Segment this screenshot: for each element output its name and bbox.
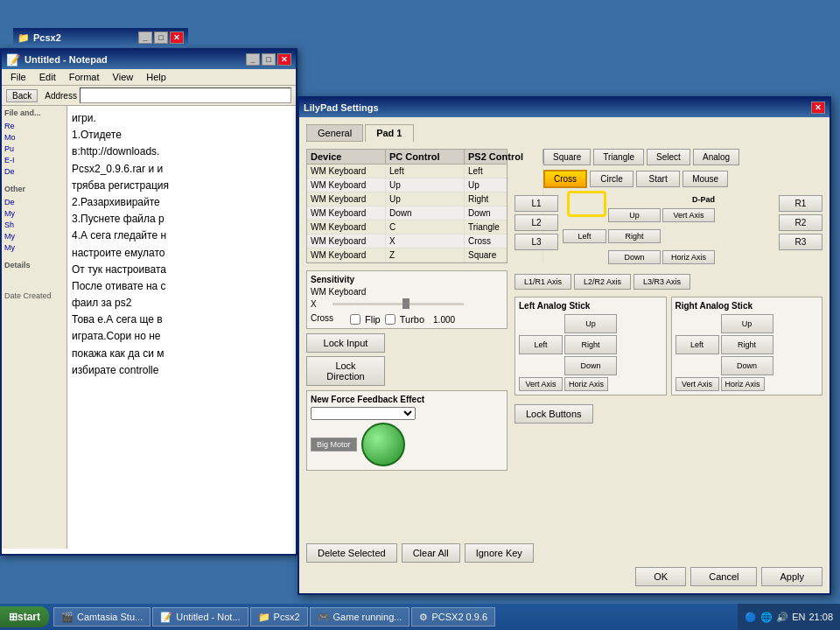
- cell-pc-1: Up: [386, 178, 465, 192]
- flip-checkbox[interactable]: [350, 314, 360, 325]
- menu-help[interactable]: Help: [142, 71, 171, 83]
- sidebar-item-de2[interactable]: De: [4, 198, 64, 206]
- right-vert-axis[interactable]: Vert Axis: [676, 377, 719, 391]
- l3r3-axis-button[interactable]: L3/R3 Axis: [634, 274, 690, 290]
- taskbar-item-game[interactable]: 🎮 Game running...: [310, 607, 410, 626]
- start-icon: ⊞: [9, 611, 18, 623]
- big-motor-button[interactable]: Big Motor: [311, 438, 357, 452]
- sidebar-item-re[interactable]: Re: [4, 122, 64, 130]
- r1-button[interactable]: R1: [779, 195, 822, 212]
- taskbar-item-notepad[interactable]: 📝 Untitled - Not...: [152, 607, 248, 626]
- l1-button[interactable]: L1: [514, 195, 558, 212]
- sensitivity-thumb[interactable]: [402, 298, 410, 309]
- dpad-right-button[interactable]: Right: [608, 229, 661, 243]
- lock-input-button[interactable]: Lock Input: [306, 333, 385, 353]
- ok-button[interactable]: OK: [635, 567, 686, 586]
- notepad-minimize[interactable]: _: [246, 53, 260, 66]
- motor-row: Big Motor: [311, 423, 503, 466]
- left-analog-right[interactable]: Right: [564, 335, 617, 354]
- table-row[interactable]: WM Keyboard Up Right: [307, 192, 507, 206]
- cancel-button[interactable]: Cancel: [690, 567, 757, 586]
- taskbar-item-pcsx2[interactable]: 📁 Pcsx2: [250, 607, 308, 626]
- menu-format[interactable]: Format: [65, 71, 104, 83]
- table-row[interactable]: WM Keyboard Z Square: [307, 248, 507, 262]
- left-analog-down[interactable]: Down: [564, 356, 617, 375]
- triangle-button[interactable]: Triangle: [593, 149, 644, 165]
- notepad-window-icon: 📝: [6, 53, 20, 66]
- left-analog-left[interactable]: Left: [519, 335, 563, 354]
- dpad-left-button[interactable]: Left: [563, 229, 606, 243]
- ignore-key-button[interactable]: Ignore Key: [465, 543, 534, 563]
- sensitivity-slider[interactable]: [332, 303, 464, 305]
- turbo-checkbox[interactable]: [385, 314, 396, 325]
- minimize-button[interactable]: _: [138, 32, 152, 44]
- cross-button[interactable]: Cross: [543, 170, 587, 188]
- table-row[interactable]: WM Keyboard Up Up: [307, 178, 507, 192]
- table-row[interactable]: WM Keyboard C Triangle: [307, 220, 507, 234]
- sidebar-item-my[interactable]: My: [4, 209, 64, 218]
- right-analog-down[interactable]: Down: [721, 356, 774, 375]
- l2r2-axis-button[interactable]: L2/R2 Axis: [574, 274, 631, 290]
- left-analog-up[interactable]: Up: [564, 314, 617, 333]
- dpad-up-button[interactable]: Up: [608, 208, 661, 222]
- address-input[interactable]: [80, 88, 291, 103]
- start-button[interactable]: ⊞ start: [0, 606, 49, 627]
- taskbar-item-camtasia[interactable]: 🎬 Camtasia Stu...: [53, 607, 150, 626]
- r2-button[interactable]: R2: [779, 214, 822, 231]
- notepad-close[interactable]: ✕: [277, 53, 291, 66]
- sidebar-item-my3[interactable]: My: [4, 243, 64, 252]
- left-vert-axis[interactable]: Vert Axis: [519, 377, 563, 391]
- tab-general[interactable]: General: [306, 124, 363, 142]
- menu-file[interactable]: File: [6, 71, 31, 83]
- table-row[interactable]: WM Keyboard Left Left: [307, 164, 507, 178]
- square-button[interactable]: Square: [543, 149, 591, 165]
- right-horiz-axis[interactable]: Horiz Axis: [721, 377, 765, 391]
- back-button[interactable]: Back: [6, 89, 38, 102]
- lock-buttons-button[interactable]: Lock Buttons: [514, 404, 593, 424]
- col-device: Device: [307, 150, 386, 164]
- lilypad-close[interactable]: ✕: [811, 102, 825, 114]
- force-feedback-select[interactable]: [311, 407, 416, 420]
- sensitivity-value: 1.000: [433, 315, 455, 325]
- dpad-vert-axis-button[interactable]: Vert Axis: [662, 208, 715, 222]
- r3-button[interactable]: R3: [779, 234, 822, 250]
- circle-button[interactable]: Circle: [590, 171, 634, 187]
- apply-button[interactable]: Apply: [761, 567, 822, 586]
- l3-button[interactable]: L3: [514, 234, 558, 250]
- menu-edit[interactable]: Edit: [35, 71, 60, 83]
- table-row[interactable]: WM Keyboard X Cross: [307, 234, 507, 248]
- sidebar-item-pu[interactable]: Pu: [4, 144, 64, 153]
- maximize-button[interactable]: □: [154, 32, 168, 44]
- dpad-horiz-axis-button[interactable]: Horiz Axis: [662, 250, 715, 264]
- close-button[interactable]: ✕: [170, 32, 184, 44]
- delete-selected-button[interactable]: Delete Selected: [306, 543, 397, 563]
- lock-direction-button[interactable]: Lock Direction: [306, 356, 385, 386]
- pcsx2-2-icon: ⚙: [419, 612, 428, 623]
- menu-view[interactable]: View: [108, 71, 138, 83]
- clear-all-button[interactable]: Clear All: [402, 543, 460, 563]
- left-horiz-axis[interactable]: Horiz Axis: [564, 377, 608, 391]
- select-button[interactable]: Select: [647, 149, 690, 165]
- sidebar-item-sh[interactable]: Sh: [4, 220, 64, 229]
- notepad-text: игри. 1.Отидете в:http://downloads. Pcsx…: [72, 110, 169, 379]
- sidebar-item-my2[interactable]: My: [4, 232, 64, 241]
- l1r1-axis-button[interactable]: L1/R1 Axis: [514, 274, 571, 290]
- right-analog-left[interactable]: Left: [676, 335, 719, 354]
- right-analog-right[interactable]: Right: [721, 335, 774, 354]
- dpad-down-button[interactable]: Down: [608, 250, 661, 264]
- taskbar-item-pcsx2-2[interactable]: ⚙ PCSX2 0.9.6: [411, 607, 495, 626]
- cell-device-4: WM Keyboard: [307, 220, 386, 234]
- right-analog-up[interactable]: Up: [721, 314, 774, 333]
- table-row[interactable]: WM Keyboard Down Down: [307, 206, 507, 220]
- sensitivity-axis-label: X: [311, 299, 328, 309]
- l2-button[interactable]: L2: [514, 214, 558, 231]
- sidebar-item-mo[interactable]: Mo: [4, 133, 64, 142]
- analog-button[interactable]: Analog: [693, 149, 739, 165]
- sidebar-item-ei[interactable]: E-I: [4, 156, 64, 164]
- notepad-maximize[interactable]: □: [262, 53, 276, 66]
- sidebar-item-de[interactable]: De: [4, 167, 64, 176]
- start-button[interactable]: Start: [636, 171, 680, 187]
- notepad-toolbar: Back Address: [2, 86, 296, 106]
- tab-pad1[interactable]: Pad 1: [365, 124, 413, 142]
- mouse-button[interactable]: Mouse: [682, 171, 728, 187]
